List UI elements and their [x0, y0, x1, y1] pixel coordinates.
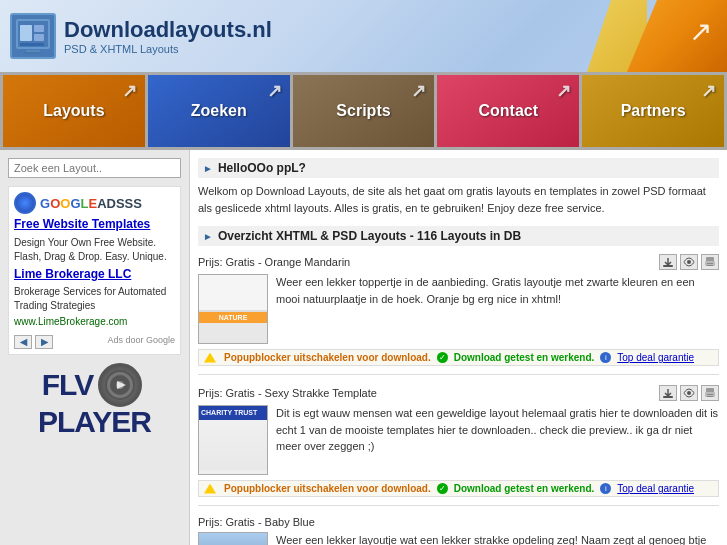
- overview-section-header: ► Overzicht XHTML & PSD Layouts - 116 La…: [198, 226, 719, 246]
- flv-player-block: FLV PLAYER: [8, 363, 181, 437]
- hello-header-text: HelloOOo ppL?: [218, 161, 306, 175]
- status-download-1: Download getest en werkend.: [454, 352, 595, 363]
- layout-entry-orange: Prijs: Gratis - Orange Mandarin: [198, 254, 719, 375]
- ad1-text: Design Your Own Free Website. Flash, Dra…: [14, 236, 175, 264]
- overview-header-text: Overzicht XHTML & PSD Layouts - 116 Layo…: [218, 229, 521, 243]
- layout-status-bar-2: Popupblocker uitschakelen voor download.…: [198, 480, 719, 497]
- nav-arrow-layouts: ↗: [122, 80, 137, 102]
- svg-rect-4: [34, 34, 44, 41]
- nav-item-scripts[interactable]: ↗ Scripts: [293, 75, 435, 147]
- check-circle-icon-2: ✓: [437, 483, 448, 494]
- hello-body-text: Welkom op Download Layouts, de site als …: [198, 183, 719, 216]
- thumb-img-charity: [199, 406, 267, 474]
- ads-by-google-label: Ads door Google: [107, 335, 175, 345]
- layout-desc-1: Weer een lekker toppertje in de aanbiedi…: [276, 274, 719, 344]
- ad2-title[interactable]: Lime Brokerage LLC: [14, 267, 175, 283]
- layout-print-icon-2[interactable]: [701, 385, 719, 401]
- svg-rect-23: [707, 396, 713, 397]
- layout-print-icon-1[interactable]: [701, 254, 719, 270]
- layout-body-1: Weer een lekker toppertje in de aanbiedi…: [198, 274, 719, 344]
- layout-thumb-1[interactable]: [198, 274, 268, 344]
- site-subtitle: PSD & XHTML Layouts: [64, 43, 272, 55]
- layout-entry-baby-blue: Prijs: Gratis - Baby Blue Weer een lekke…: [198, 516, 719, 545]
- layout-body-3: Weer een lekker layoutje wat een lekker …: [198, 532, 719, 545]
- player-label: PLAYER: [8, 407, 181, 437]
- svg-rect-22: [707, 394, 713, 395]
- svg-rect-16: [707, 263, 713, 264]
- nav-label-contact: Contact: [479, 102, 539, 120]
- svg-rect-7: [24, 52, 42, 54]
- google-ads-block: GOOGLEADSSS Free Website Templates Desig…: [8, 186, 181, 355]
- status-popupblocker-2: Popupblocker uitschakelen voor download.: [224, 483, 431, 494]
- flv-label: FLV: [42, 370, 93, 400]
- site-title: Downloadlayouts.nl: [64, 17, 272, 43]
- check-circle-icon-1: ✓: [437, 352, 448, 363]
- ad1-title[interactable]: Free Website Templates: [14, 217, 175, 233]
- svg-rect-17: [707, 265, 713, 266]
- layout-preview-icon-2[interactable]: [680, 385, 698, 401]
- layout-body-2: Dit is egt wauw mensen wat een geweldige…: [198, 405, 719, 475]
- page-header: Downloadlayouts.nl PSD & XHTML Layouts ↗: [0, 0, 727, 72]
- layout-preview-icon-1[interactable]: [680, 254, 698, 270]
- ads-next-button[interactable]: ▶: [35, 335, 53, 349]
- layout-thumb-3[interactable]: [198, 532, 268, 545]
- nav-item-layouts[interactable]: ↗ Layouts: [3, 75, 145, 147]
- svg-rect-18: [663, 396, 673, 398]
- svg-rect-5: [20, 43, 44, 46]
- svg-point-19: [687, 391, 691, 395]
- title-block: Downloadlayouts.nl PSD & XHTML Layouts: [64, 17, 272, 55]
- layout-price-bar-3: Prijs: Gratis - Baby Blue: [198, 516, 719, 528]
- header-arrows: ↗: [689, 15, 712, 48]
- nav-bar: ↗ Layouts ↗ Zoeken ↗ Scripts ↗ Contact ↗…: [0, 72, 727, 150]
- layout-price-1: Prijs: Gratis - Orange Mandarin: [198, 256, 350, 268]
- logo: Downloadlayouts.nl PSD & XHTML Layouts: [10, 13, 272, 59]
- hello-section-header: ► HelloOOo ppL?: [198, 158, 719, 178]
- nav-label-scripts: Scripts: [336, 102, 390, 120]
- layout-entry-sexy: Prijs: Gratis - Sexy Strakke Template: [198, 385, 719, 506]
- layout-desc-3: Weer een lekker layoutje wat een lekker …: [276, 532, 719, 545]
- google-ads-text: GOOGLEADSSS: [40, 196, 142, 211]
- google-logo: GOOGLEADSSS: [14, 192, 175, 214]
- layout-icons-2: [659, 385, 719, 401]
- flv-icon: [98, 363, 142, 407]
- nav-arrow-zoeken: ↗: [267, 80, 282, 102]
- info-icon-2: i: [600, 483, 611, 494]
- ad2-text: Brokerage Services for Automated Trading…: [14, 285, 175, 313]
- warn-triangle-icon-2: [204, 484, 216, 494]
- google-globe-icon: [14, 192, 36, 214]
- info-icon-1: i: [600, 352, 611, 363]
- status-popupblocker-1: Popupblocker uitschakelen voor download.: [224, 352, 431, 363]
- svg-rect-12: [663, 265, 673, 267]
- ads-prev-button[interactable]: ◀: [14, 335, 32, 349]
- warn-triangle-icon-1: [204, 353, 216, 363]
- ads-nav: ◀ ▶: [14, 335, 53, 349]
- nav-item-zoeken[interactable]: ↗ Zoeken: [148, 75, 290, 147]
- layout-price-bar-1: Prijs: Gratis - Orange Mandarin: [198, 254, 719, 270]
- nav-arrow-scripts: ↗: [411, 80, 426, 102]
- nav-label-layouts: Layouts: [43, 102, 104, 120]
- nav-arrow-partners: ↗: [701, 80, 716, 102]
- layout-icons-1: [659, 254, 719, 270]
- nav-item-partners[interactable]: ↗ Partners: [582, 75, 724, 147]
- status-guarantee-2[interactable]: Top deal garantie: [617, 483, 694, 494]
- thumb-img-orange: [199, 275, 267, 343]
- nav-label-zoeken: Zoeken: [191, 102, 247, 120]
- site-icon: [10, 13, 56, 59]
- svg-rect-2: [20, 25, 32, 41]
- layout-thumb-2[interactable]: [198, 405, 268, 475]
- svg-rect-3: [34, 25, 44, 32]
- layout-download-icon-2[interactable]: [659, 385, 677, 401]
- status-guarantee-1[interactable]: Top deal garantie: [617, 352, 694, 363]
- layout-price-bar-2: Prijs: Gratis - Sexy Strakke Template: [198, 385, 719, 401]
- search-input[interactable]: [8, 158, 181, 178]
- nav-item-contact[interactable]: ↗ Contact: [437, 75, 579, 147]
- ad2-url: www.LimeBrokerage.com: [14, 316, 175, 327]
- status-download-2: Download getest en werkend.: [454, 483, 595, 494]
- layout-status-bar-1: Popupblocker uitschakelen voor download.…: [198, 349, 719, 366]
- sidebar: GOOGLEADSSS Free Website Templates Desig…: [0, 150, 190, 545]
- svg-point-13: [687, 260, 691, 264]
- layout-price-3: Prijs: Gratis - Baby Blue: [198, 516, 315, 528]
- layout-desc-2: Dit is egt wauw mensen wat een geweldige…: [276, 405, 719, 475]
- nav-arrow-contact: ↗: [556, 80, 571, 102]
- layout-download-icon-1[interactable]: [659, 254, 677, 270]
